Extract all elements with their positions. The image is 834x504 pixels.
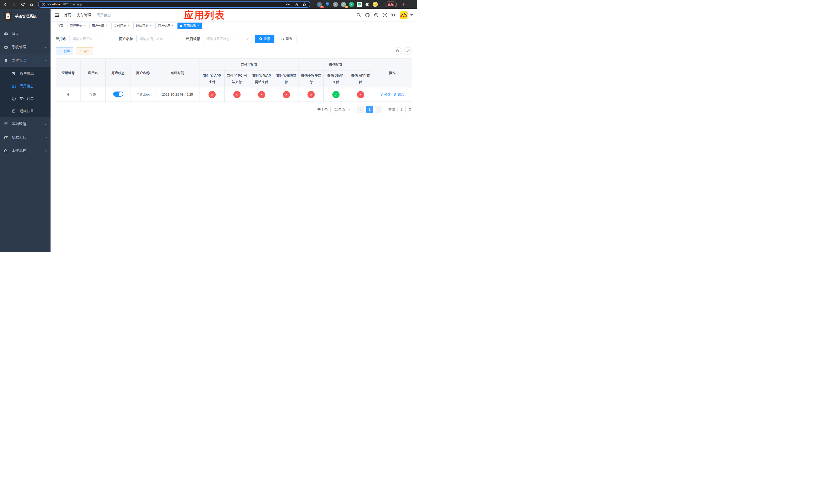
cell-actions: 修改 删除 [373, 87, 412, 102]
app-name-input[interactable] [69, 35, 112, 43]
document-icon [12, 109, 16, 113]
close-icon[interactable]: × [84, 24, 85, 27]
sidebar-item-infrastructure[interactable]: 基础设施 [0, 117, 50, 131]
close-icon[interactable]: × [106, 24, 107, 27]
share-icon[interactable] [294, 2, 299, 7]
browser-reload-icon[interactable] [21, 2, 25, 7]
cell-merchant: 芋道源码 [131, 87, 155, 102]
sidebar-item-refund-orders[interactable]: 退款订单 [0, 105, 50, 117]
profile-emoji-icon[interactable] [373, 2, 378, 7]
cell-status [106, 87, 131, 102]
sidebar-item-label: 支付订单 [20, 96, 47, 101]
browser-home-icon[interactable] [29, 2, 34, 7]
breadcrumb-current: 应用信息 [97, 13, 111, 18]
browser-back-icon[interactable] [3, 2, 8, 7]
app-logo-row[interactable]: 芋道管理系统 [0, 9, 50, 24]
browser-forward-icon[interactable] [12, 2, 16, 7]
header-search-icon[interactable] [356, 13, 361, 18]
fullscreen-icon[interactable] [382, 13, 387, 18]
sidebar-item-label: 退款订单 [20, 109, 47, 114]
table-row: 6 芋道 芋道源码 2021-10-23 08:49:25 × × × × × [56, 87, 412, 102]
url-bar[interactable]: localhost:1024/pay/app [38, 1, 310, 8]
edit-link[interactable]: 修改 [380, 92, 391, 97]
tag-refund-orders[interactable]: 退款订单× [133, 23, 154, 29]
extensions-row: 10 ⌘ 1 Y [317, 2, 378, 7]
browser-menu-icon[interactable] [403, 3, 404, 6]
sidebar-item-label: 商户信息 [20, 71, 47, 76]
chevron-down-icon [246, 37, 249, 40]
bookmark-star-icon[interactable] [302, 2, 307, 7]
status-select-placeholder: 请选择开启状态 [206, 37, 230, 41]
sidebar-item-app-info[interactable]: 应用信息 [0, 80, 50, 92]
site-info-icon[interactable] [42, 3, 45, 6]
tag-process-form[interactable]: 流程表单× [67, 23, 88, 29]
reset-button[interactable]: 重置 [277, 35, 297, 43]
avatar-caret-icon[interactable] [410, 14, 413, 16]
extension-command-icon[interactable]: ⌘ [333, 2, 338, 7]
sidebar-item-home[interactable]: 首页 [0, 27, 50, 41]
status-badge: × [208, 91, 216, 98]
merchant-name-input[interactable] [136, 35, 179, 43]
refresh-button[interactable] [404, 47, 412, 55]
enabled-switch[interactable] [113, 92, 123, 97]
breadcrumb-home[interactable]: 首页 [64, 13, 71, 18]
col-wechat-mini: 微信小程序支付 [299, 70, 324, 87]
sidebar-item-label: 基础设施 [12, 122, 41, 127]
github-icon[interactable] [365, 13, 370, 18]
extension-y-icon[interactable]: Y [349, 2, 354, 7]
cell-alipay-app: × [200, 87, 225, 102]
tag-user-group[interactable]: 用户分组× [89, 23, 110, 29]
sidebar-item-dev-tools[interactable]: 研发工具 [0, 131, 50, 144]
next-page-button[interactable]: › [375, 106, 382, 113]
font-size-icon[interactable]: ᴛT [391, 13, 396, 18]
goto-page-input[interactable] [397, 106, 406, 113]
sidebar-item-merchant-info[interactable]: 商户信息 [0, 67, 50, 80]
page-number-1[interactable]: 1 [366, 106, 373, 113]
tag-home[interactable]: 首页× [54, 23, 66, 29]
page-size-select[interactable]: 10条/页 [330, 106, 354, 113]
col-actions: 操作 [373, 59, 412, 87]
close-icon[interactable]: × [150, 24, 152, 27]
chevron-up-icon [45, 60, 47, 62]
cell-created: 2021-10-23 08:49:25 [155, 87, 200, 102]
extension-record-icon[interactable]: 1 [341, 2, 346, 7]
close-icon[interactable]: × [128, 24, 130, 27]
sidebar-item-payment[interactable]: ¥ 支付管理 [0, 54, 50, 67]
browser-update-button[interactable]: 更新 [385, 2, 397, 7]
sidebar-item-workflow[interactable]: 工作流程 [0, 144, 50, 157]
plus-icon: ＋ [59, 49, 63, 53]
password-key-icon[interactable] [286, 2, 290, 7]
tag-pay-orders[interactable]: 支付订单× [111, 23, 132, 29]
close-icon[interactable]: × [172, 24, 174, 27]
delete-link[interactable]: 删除 [394, 92, 404, 97]
extension-badge: 1 [345, 6, 348, 8]
prev-page-button[interactable]: ‹ [357, 106, 364, 113]
sidebar-toggle-icon[interactable] [54, 13, 60, 18]
extension-chat-icon[interactable] [357, 2, 362, 7]
sidebar-item-system[interactable]: 系统管理 [0, 41, 50, 54]
url-text[interactable]: localhost:1024/pay/app [47, 3, 284, 6]
tag-merchant-info[interactable]: 商户信息× [155, 23, 176, 29]
sidebar-item-pay-orders[interactable]: 支付订单 [0, 92, 50, 105]
app-logo-rabbit-image [4, 12, 12, 21]
status-badge: × [307, 91, 315, 98]
pagination: 共 1 条 10条/页 ‹ 1 › 前往 页 [56, 106, 412, 113]
add-button[interactable]: ＋ 新增 [56, 47, 73, 55]
help-icon[interactable] [374, 13, 378, 18]
tag-app-info[interactable]: 应用信息× [177, 23, 202, 29]
extensions-puzzle-icon[interactable] [365, 2, 370, 7]
extension-balloon-icon[interactable] [325, 2, 330, 7]
extension-blue-diamond-icon[interactable]: 10 [317, 2, 322, 7]
chevron-down-icon [348, 108, 350, 111]
export-button[interactable]: 导出 [76, 47, 93, 55]
dashboard-icon [4, 32, 8, 36]
user-avatar[interactable] [400, 11, 408, 19]
page-content: 应用名 商户名称 开启状态 请选择开启状态 搜索 重置 [50, 30, 417, 252]
breadcrumb-section[interactable]: 支付管理 [77, 13, 91, 18]
close-icon[interactable]: × [197, 24, 199, 27]
status-select[interactable]: 请选择开启状态 [203, 35, 252, 43]
toggle-search-button[interactable] [394, 47, 402, 55]
search-button[interactable]: 搜索 [255, 35, 275, 43]
col-created: 创建时间 [155, 59, 200, 87]
status-badge: × [357, 91, 364, 98]
